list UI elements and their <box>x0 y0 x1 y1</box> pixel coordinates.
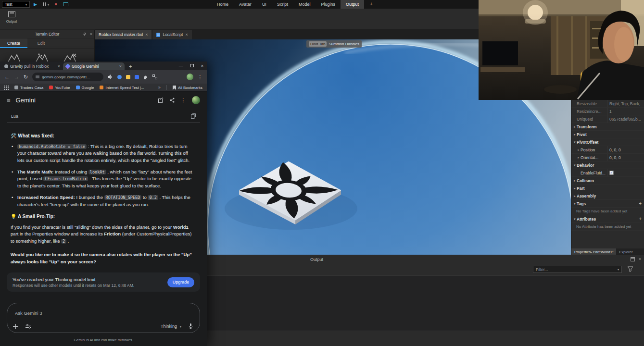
add-tags-button[interactable]: + <box>639 201 642 206</box>
apps-grid-icon[interactable] <box>4 86 9 90</box>
maximize-button[interactable] <box>190 64 194 67</box>
bookmark-google[interactable]: Google <box>76 86 94 90</box>
audio-icon[interactable] <box>108 74 113 79</box>
menu-output[interactable]: Output <box>341 0 364 9</box>
model-selector[interactable]: Thinking ▾ <box>161 324 181 329</box>
new-tab-button[interactable]: + <box>129 62 132 70</box>
main-menu-icon[interactable]: ≡ <box>7 97 11 104</box>
extension-icon-yellow[interactable] <box>126 75 130 79</box>
property-value[interactable]: 0, 0, 0 <box>607 154 644 161</box>
property-row-part[interactable]: ▸Part <box>571 185 644 192</box>
chevron-right-icon[interactable]: ▸ <box>573 179 577 183</box>
bookmark-traders-casa[interactable]: Traders Casa <box>14 86 43 90</box>
back-button[interactable]: ← <box>4 74 10 80</box>
menu-script[interactable]: Script <box>272 0 293 9</box>
address-bar[interactable]: gemini.google.com/app/d1... <box>32 73 103 81</box>
menu-model[interactable]: Model <box>293 0 316 9</box>
properties-empty-note[interactable]: No Attribute has been added yet <box>571 223 644 231</box>
property-row-resizeincre[interactable]: Resizeincre...1 <box>571 108 644 115</box>
pause-button[interactable]: ▾ <box>43 2 49 6</box>
property-row-orientat[interactable]: ▸Orientat...0, 0, 0 <box>571 154 644 161</box>
chevron-down-icon[interactable]: ▾ <box>573 163 577 167</box>
property-row-pivot[interactable]: ▸Pivot <box>571 131 644 138</box>
tab-close-icon[interactable]: × <box>58 64 60 69</box>
chevron-down-icon[interactable]: ▾ <box>573 217 577 221</box>
new-chat-icon[interactable] <box>158 98 164 103</box>
menu-new-tab-button[interactable]: + <box>364 0 379 9</box>
tools-icon[interactable] <box>25 324 31 329</box>
upgrade-button[interactable]: Upgrade <box>167 277 194 287</box>
property-row-tags[interactable]: ▾Tags+ <box>571 200 644 208</box>
checkbox-checked-icon[interactable]: ✓ <box>609 171 614 175</box>
property-value[interactable]: ✓ <box>607 169 644 176</box>
test-dropdown[interactable]: Test ▾ <box>2 1 30 8</box>
property-value[interactable]: Right, Top, Back,... <box>607 100 644 107</box>
chevron-down-icon[interactable]: ▾ <box>573 140 577 144</box>
properties-empty-note[interactable]: No Tags have been added yet <box>571 208 644 215</box>
chevron-right-icon[interactable]: ▸ <box>573 186 577 190</box>
chevron-down-icon[interactable]: ▾ <box>573 202 577 206</box>
property-row-assembly[interactable]: ▸Assembly <box>571 192 644 200</box>
chevron-right-icon[interactable]: ▸ <box>573 194 577 198</box>
bookmark-internet-speed-test[interactable]: Internet Speed Test |... <box>100 86 144 90</box>
extension-icon-indigo[interactable] <box>135 75 139 79</box>
pin-icon[interactable] <box>83 32 87 36</box>
tab-close-icon[interactable]: × <box>119 64 122 69</box>
bookmarks-overflow-chevron[interactable]: » <box>158 85 161 90</box>
output-filter-input[interactable]: Filter... ▾ <box>533 266 622 273</box>
property-row-resizeable[interactable]: Resizeable...Right, Top, Back,... <box>571 100 644 108</box>
bookmark-youtube[interactable]: YouTube <box>49 86 70 90</box>
property-row-pivotoffset[interactable]: ▾PivotOffset <box>571 138 644 146</box>
tab-close-icon[interactable]: × <box>185 32 188 37</box>
property-row-enablefluid[interactable]: EnableFluid...✓ <box>571 169 644 177</box>
menu-plugins[interactable]: Plugins <box>316 0 341 9</box>
browser-tab-gravity-pull-in-roblox[interactable]: Gravity pull in Roblox× <box>1 62 63 70</box>
device-emulator-icon[interactable] <box>63 2 68 6</box>
chevron-right-icon[interactable]: ▸ <box>577 156 581 160</box>
stop-button[interactable]: ■ <box>55 0 57 9</box>
property-value[interactable]: 0, 0, 0 <box>607 146 644 153</box>
minimize-button[interactable]: — <box>179 63 183 68</box>
close-window-button[interactable]: × <box>201 63 203 68</box>
filter-funnel-icon[interactable] <box>627 266 633 272</box>
prompt-input[interactable] <box>15 310 148 316</box>
terrain-tab-edit[interactable]: Edit <box>27 38 55 48</box>
add-attachment-icon[interactable] <box>13 324 18 329</box>
more-options-icon[interactable]: ⋮ <box>181 98 186 103</box>
chevron-right-icon[interactable]: ▸ <box>577 148 581 152</box>
prompt-composer[interactable]: Thinking ▾ <box>7 303 200 333</box>
terrain-tab-create[interactable]: Create <box>0 38 27 48</box>
tab-close-icon[interactable]: × <box>145 32 148 37</box>
all-bookmarks-button[interactable]: All Bookmarks <box>173 86 202 90</box>
property-row-collision[interactable]: ▸Collision <box>571 177 644 185</box>
close-icon[interactable]: × <box>90 32 92 37</box>
mic-icon[interactable] <box>189 323 193 329</box>
profile-avatar[interactable] <box>187 74 193 80</box>
menu-ui[interactable]: UI <box>257 0 272 9</box>
property-row-attributes[interactable]: ▾Attributes+ <box>571 215 644 223</box>
property-value[interactable]: 1 <box>607 108 644 115</box>
close-icon[interactable]: × <box>639 257 641 261</box>
share-icon[interactable] <box>170 98 175 103</box>
chevron-right-icon[interactable]: ▸ <box>573 133 577 136</box>
menu-home[interactable]: Home <box>212 0 234 9</box>
dock-icon[interactable] <box>631 257 635 261</box>
copy-code-icon[interactable] <box>191 113 196 119</box>
doc-tab-localscript[interactable]: LocalScript× <box>152 30 191 39</box>
browser-tab-google-gemini[interactable]: Google Gemini× <box>63 62 125 70</box>
property-value[interactable]: 0657cadef865b... <box>607 115 644 123</box>
chevron-right-icon[interactable]: ▸ <box>573 125 577 129</box>
forward-button[interactable]: → <box>14 74 19 80</box>
reload-button[interactable]: ↻ <box>24 74 28 80</box>
add-attributes-button[interactable]: + <box>639 216 642 222</box>
property-row-transform[interactable]: ▸Transform <box>571 123 644 131</box>
tab-groups-icon[interactable] <box>152 74 157 79</box>
doc-tab-roblox-bread-maker-rbxl[interactable]: Roblox bread maker.rbxl× <box>95 30 152 39</box>
ribbon-output-button[interactable]: Output <box>4 11 19 24</box>
extension-icon-blue[interactable] <box>117 75 122 79</box>
account-avatar[interactable] <box>192 96 200 104</box>
menu-avatar[interactable]: Avatar <box>234 0 257 9</box>
property-row-behavior[interactable]: ▾Behavior <box>571 161 644 169</box>
browser-menu-icon[interactable]: ⋮ <box>198 74 202 80</box>
property-row-position[interactable]: ▸Position0, 0, 0 <box>571 146 644 154</box>
